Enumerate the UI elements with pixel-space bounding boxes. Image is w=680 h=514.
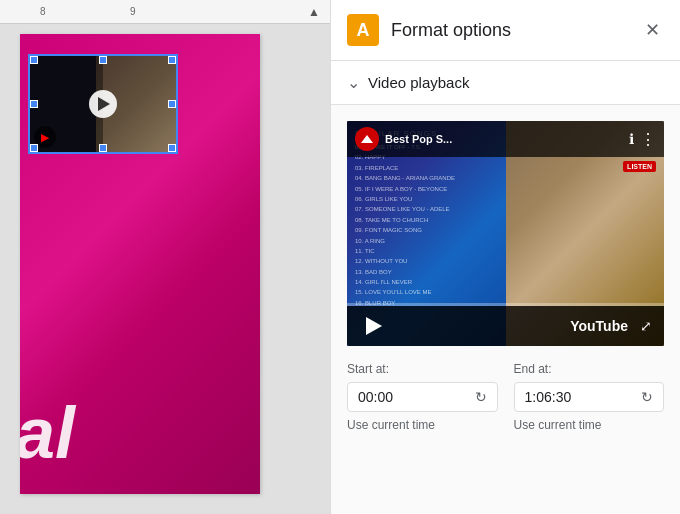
song-6: 06. GIRLS LIKE YOU <box>355 194 513 204</box>
handle-bottom-left[interactable] <box>30 144 38 152</box>
document-content: ▶ al <box>0 24 330 514</box>
ruler-mark-9: 9 <box>130 6 136 17</box>
start-time-input-wrap: ↻ <box>347 382 498 412</box>
song-8: 08. TAKE ME TO CHURCH <box>355 215 513 225</box>
video-preview: POPULAR SONGS 01. SHAKE IT OFF - T.S. 02… <box>347 121 664 346</box>
song-5: 05. IF I WERE A BOY - BEYONCE <box>355 184 513 194</box>
end-use-current[interactable]: Use current time <box>514 418 665 432</box>
yt-song-list: 01. SHAKE IT OFF - T.S. 02. HAPPY 03. FI… <box>355 142 513 308</box>
format-options-panel: A Format options ✕ ⌄ Video playback POPU… <box>330 0 680 514</box>
yt-top-bar: Best Pop S... ℹ ⋮ <box>347 121 664 157</box>
song-10: 10. A RING <box>355 236 513 246</box>
song-14: 14. GIRL I'LL NEVER <box>355 277 513 287</box>
handle-middle-left[interactable] <box>30 100 38 108</box>
handle-top-left[interactable] <box>30 56 38 64</box>
page-text-al: al <box>20 392 75 474</box>
song-15: 15. LOVE YOU'LL LOVE ME <box>355 287 513 297</box>
collapse-arrow-icon[interactable]: ▲ <box>306 4 322 20</box>
play-triangle-icon <box>98 97 110 111</box>
song-3: 03. FIREPLACE <box>355 163 513 173</box>
yt-bottom-bar: YouTube ⤢ <box>347 306 664 346</box>
handle-top-center[interactable] <box>99 56 107 64</box>
page-area: ▶ al <box>20 34 260 494</box>
yt-channel-logo <box>355 127 379 151</box>
end-time-label: End at: <box>514 362 665 376</box>
start-use-current[interactable]: Use current time <box>347 418 498 432</box>
yt-fullscreen-icon[interactable]: ⤢ <box>640 318 652 334</box>
music-icon: ▶ <box>41 132 49 143</box>
ruler: 8 9 ▲ <box>0 0 330 24</box>
song-12: 12. WITHOUT YOU <box>355 256 513 266</box>
handle-bottom-right[interactable] <box>168 144 176 152</box>
close-button[interactable]: ✕ <box>640 18 664 42</box>
panel-header: A Format options ✕ <box>331 0 680 61</box>
panel-body: POPULAR SONGS 01. SHAKE IT OFF - T.S. 02… <box>331 105 680 514</box>
start-time-input[interactable] <box>358 389 469 405</box>
video-element[interactable]: ▶ <box>28 54 178 154</box>
panel-title: Format options <box>391 20 640 41</box>
start-time-label: Start at: <box>347 362 498 376</box>
handle-top-right[interactable] <box>168 56 176 64</box>
ruler-mark-8: 8 <box>40 6 46 17</box>
song-13: 13. BAD BOY <box>355 267 513 277</box>
document-editor: 8 9 ▲ ▶ <box>0 0 330 514</box>
section-header[interactable]: ⌄ Video playback <box>331 61 680 105</box>
end-time-group: End at: ↻ Use current time <box>514 362 665 432</box>
handle-middle-right[interactable] <box>168 100 176 108</box>
logo-letter: A <box>357 20 370 41</box>
yt-thumbnail: POPULAR SONGS 01. SHAKE IT OFF - T.S. 02… <box>347 121 664 346</box>
song-9: 09. FONT MAGIC SONG <box>355 225 513 235</box>
time-controls: Start at: ↻ Use current time End at: ↻ U… <box>347 362 664 432</box>
handle-bottom-center[interactable] <box>99 144 107 152</box>
panel-logo: A <box>347 14 379 46</box>
play-icon <box>366 317 382 335</box>
yt-listen-button[interactable]: LISTEN <box>623 161 656 172</box>
end-time-input-wrap: ↻ <box>514 382 665 412</box>
start-time-group: Start at: ↻ Use current time <box>347 362 498 432</box>
start-time-refresh-icon[interactable]: ↻ <box>475 389 487 405</box>
yt-logo-text: YouTube <box>399 318 628 334</box>
thumb-play-button[interactable] <box>89 90 117 118</box>
yt-play-button[interactable] <box>359 312 387 340</box>
chevron-down-icon[interactable]: ⌄ <box>347 73 360 92</box>
yt-video-title: Best Pop S... <box>385 133 623 145</box>
song-11: 11. TIC <box>355 246 513 256</box>
section-title: Video playback <box>368 74 469 91</box>
end-time-refresh-icon[interactable]: ↻ <box>641 389 653 405</box>
video-thumbnail: ▶ <box>30 56 176 152</box>
yt-info-icon[interactable]: ℹ <box>629 131 634 147</box>
end-time-input[interactable] <box>525 389 636 405</box>
yt-more-icon[interactable]: ⋮ <box>640 130 656 149</box>
song-7: 07. SOMEONE LIKE YOU - ADELE <box>355 204 513 214</box>
song-4: 04. BANG BANG - ARIANA GRANDE <box>355 173 513 183</box>
